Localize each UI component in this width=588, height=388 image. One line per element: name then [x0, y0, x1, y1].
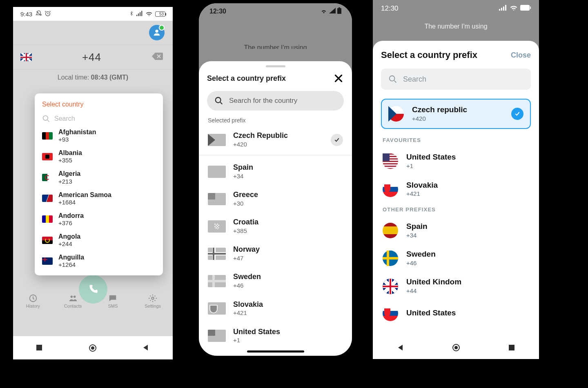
- sheet-title: Select a country prefix: [207, 74, 286, 83]
- nav-contacts[interactable]: Contacts: [53, 294, 93, 308]
- signal-icon: [499, 4, 507, 13]
- nav-back-icon[interactable]: [142, 344, 150, 352]
- country-name: Albania: [58, 149, 82, 157]
- wifi-icon: [320, 8, 327, 15]
- bottom-nav: History Contacts SMS Settings: [13, 289, 173, 313]
- country-row[interactable]: Algeria +213: [35, 167, 163, 188]
- country-row[interactable]: Anguilla +1264: [35, 251, 163, 271]
- home-indicator[interactable]: [247, 350, 304, 353]
- country-name: United Kindom: [406, 277, 461, 287]
- country-row[interactable]: Angola +244: [35, 230, 163, 251]
- close-button[interactable]: Close: [511, 51, 531, 60]
- alarm-icon: [45, 10, 51, 18]
- status-time: 12:30: [209, 8, 226, 15]
- svg-rect-11: [36, 345, 42, 350]
- flag-icon: [208, 134, 226, 146]
- bottom-sheet: Select a country prefix Close Search Cze…: [373, 41, 539, 338]
- flag-icon: [42, 153, 53, 160]
- flag-icon: [42, 132, 53, 140]
- sheet-handle[interactable]: [266, 65, 285, 67]
- country-row[interactable]: United States +1: [207, 322, 344, 350]
- selected-country-row[interactable]: Czech republic +420: [381, 99, 531, 129]
- flag-icon: [42, 215, 53, 223]
- svg-rect-26: [509, 345, 514, 350]
- sheet-title: Select a country prefix: [381, 50, 477, 60]
- nav-recent-icon[interactable]: [508, 344, 515, 353]
- nav-home-icon[interactable]: [452, 344, 460, 353]
- svg-rect-17: [499, 9, 500, 11]
- local-time-label: Local time: 08:43 (GMT): [13, 70, 173, 85]
- backspace-button[interactable]: [151, 52, 164, 62]
- country-row[interactable]: Andorra +376: [35, 209, 163, 230]
- country-row[interactable]: American Samoa +1684: [35, 188, 163, 209]
- search-placeholder: Search: [54, 115, 75, 122]
- uk-flag-icon[interactable]: [20, 53, 32, 61]
- wifi-icon: [145, 11, 153, 18]
- country-row[interactable]: United Kindom +44: [381, 272, 531, 300]
- flag-icon: [208, 220, 226, 233]
- phone-design-3: 12:30 The number I'm using Select a coun…: [373, 0, 539, 359]
- flag-icon: [42, 237, 53, 244]
- svg-rect-3: [140, 12, 140, 16]
- country-row[interactable]: Albania +355: [35, 146, 163, 167]
- country-name: Czech republic: [412, 105, 467, 115]
- country-list[interactable]: Afghanistan +93 Albania +355 Algeria +21…: [35, 125, 163, 273]
- search-input[interactable]: Search for the country: [207, 91, 344, 111]
- phone-design-2: 12:30 The number I'm using Select a coun…: [196, 0, 355, 359]
- status-time: 12:30: [381, 4, 399, 13]
- country-row[interactable]: Spain +34: [381, 217, 531, 244]
- country-code: +46: [233, 282, 261, 290]
- country-name: United States: [233, 328, 280, 337]
- battery-icon: [337, 7, 341, 16]
- flag-icon: [208, 166, 226, 178]
- country-row[interactable]: Norway +47: [207, 240, 344, 267]
- country-code: +34: [233, 172, 253, 180]
- svg-rect-4: [141, 11, 142, 16]
- check-icon: [511, 108, 523, 120]
- country-code: +420: [233, 140, 288, 149]
- svg-rect-18: [501, 8, 502, 11]
- nav-back-icon[interactable]: [397, 344, 404, 353]
- country-row[interactable]: United States: [381, 300, 531, 326]
- country-row[interactable]: United States +1: [381, 147, 531, 175]
- nav-home-icon[interactable]: [89, 344, 97, 352]
- signal-icon: [136, 11, 143, 18]
- status-time: 9:43: [20, 11, 32, 18]
- svg-point-16: [216, 98, 221, 103]
- flag-icon: [208, 248, 226, 260]
- close-button[interactable]: [333, 73, 344, 84]
- country-row[interactable]: Greece +30: [207, 185, 344, 213]
- country-code: +46: [406, 259, 436, 267]
- background-header: The number I'm using: [373, 17, 539, 37]
- country-code: +421: [406, 190, 438, 198]
- svg-rect-1: [136, 15, 137, 16]
- flag-icon: [383, 306, 398, 321]
- divider: [199, 155, 352, 155]
- country-list[interactable]: Spain +34 Greece +30 Croatia +385 Norway…: [207, 158, 344, 350]
- selected-country-row[interactable]: Czech Republic +420: [207, 126, 344, 153]
- country-name: Algeria: [58, 170, 80, 177]
- nav-recent-icon[interactable]: [36, 344, 44, 352]
- country-row[interactable]: Sweden +46: [207, 267, 344, 295]
- country-code: +1264: [58, 261, 84, 268]
- flag-icon: [42, 174, 53, 181]
- nav-settings[interactable]: Settings: [133, 294, 173, 308]
- country-row[interactable]: Slovakia +421: [381, 175, 531, 203]
- battery-icon: [520, 4, 531, 13]
- country-row[interactable]: Slovakia +421: [207, 295, 344, 322]
- search-input[interactable]: Search: [42, 115, 156, 123]
- nav-sms[interactable]: SMS: [93, 294, 133, 308]
- country-code: +93: [58, 136, 96, 143]
- profile-avatar[interactable]: [149, 25, 165, 40]
- bluetooth-icon: [129, 10, 134, 18]
- country-row[interactable]: Spain +34: [207, 158, 344, 185]
- svg-point-23: [390, 76, 395, 81]
- wifi-icon: [510, 4, 518, 13]
- search-input[interactable]: Search: [381, 69, 531, 90]
- country-row[interactable]: Afghanistan +93: [35, 125, 163, 146]
- svg-point-25: [454, 346, 458, 349]
- country-row[interactable]: Croatia +385: [207, 213, 344, 240]
- bell-off-icon: [36, 10, 42, 18]
- country-row[interactable]: Sweden +46: [381, 244, 531, 272]
- nav-history[interactable]: History: [13, 294, 53, 308]
